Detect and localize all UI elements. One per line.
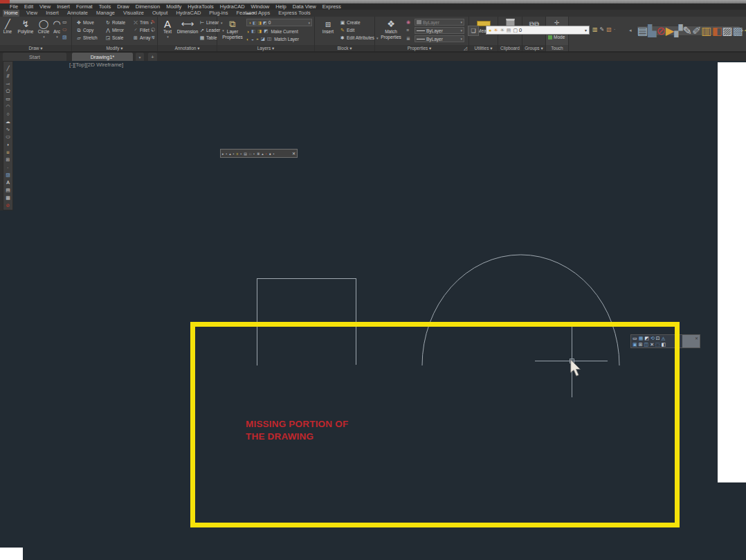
menu-item[interactable]: Modify [166, 3, 181, 10]
close-icon[interactable]: ✕ [695, 336, 698, 341]
menu-item[interactable]: Edit [24, 3, 33, 10]
layer-tool-icon[interactable]: ◫ [267, 36, 271, 42]
plugin-tool-icon[interactable]: ▶ [666, 24, 674, 37]
draw-tool-icon[interactable]: ⊘ [3, 201, 12, 209]
close-icon[interactable]: ✕ [292, 151, 295, 156]
mini-tool-icon[interactable]: ≡ [237, 152, 239, 156]
match-layer-button[interactable]: Match Layer [274, 37, 299, 42]
draw-tool-icon[interactable]: ⧈ [3, 148, 12, 156]
layer-tool-icon[interactable]: ▧ [606, 26, 612, 33]
lineweight-select[interactable]: ByLayer▾ [415, 27, 464, 34]
copy-button[interactable]: ⧉Copy [76, 26, 98, 34]
mini-tool-icon[interactable]: ▪ [241, 152, 242, 156]
draw-tool-icon[interactable]: ○ [3, 110, 12, 118]
layer-state-icon[interactable]: ◨ [257, 20, 262, 25]
layer-state-icon[interactable]: ▢ [513, 28, 518, 33]
toolbar-title-area[interactable]: ✕ [682, 335, 700, 347]
menu-item[interactable]: HydraTools [188, 3, 214, 10]
mini-tool-icon[interactable]: ▸ [222, 152, 224, 156]
mini-tool-icon[interactable]: ≣ [257, 152, 260, 156]
modify-extra-tool-icon[interactable]: ≋ [151, 35, 155, 40]
draw-tool-icon[interactable]: ⊞ [3, 156, 12, 163]
layer-tool-icon[interactable]: ▥ [592, 26, 598, 33]
linetype-select[interactable]: ByLayer▾ [415, 35, 464, 42]
match-properties-button[interactable]: ❖ Match Properties [378, 19, 404, 40]
menu-item[interactable]: File [10, 3, 18, 10]
ribbon-collapse-control[interactable]: ▬ ▾ [246, 10, 255, 16]
text-button[interactable]: A Text ▾ [161, 19, 174, 39]
properties-dialog-launcher[interactable]: ◿ [464, 45, 467, 51]
polyline-button[interactable]: ↯ Polyline [16, 19, 35, 35]
mini-tool-icon[interactable]: ∷ [249, 152, 251, 156]
ribbon-tab[interactable]: Visualize [122, 10, 145, 17]
menu-item[interactable]: HydraCAD [220, 3, 245, 10]
tab-drawing1[interactable]: Drawing1* [72, 53, 133, 61]
ribbon-tab[interactable]: Insert [44, 10, 60, 17]
layer-state-icon[interactable]: ◑ [248, 21, 251, 25]
ribbon-tab[interactable]: View [25, 10, 39, 17]
annotation-panel-label[interactable]: Annotation ▾ [158, 45, 217, 51]
draw-tool-icon[interactable]: A [3, 179, 12, 186]
mini-tool-icon[interactable]: ▪ [226, 152, 228, 156]
tab-start[interactable]: Start [3, 53, 66, 61]
plugin-tool-icon[interactable]: ✐ [692, 24, 701, 37]
layers-panel-label[interactable]: Layers ▾ [217, 45, 314, 51]
edit-block-button[interactable]: ✎Edit [340, 26, 379, 34]
ribbon-tab[interactable]: Annotate [66, 10, 89, 17]
menu-item[interactable]: Draw [117, 3, 129, 10]
draw-tool-icon[interactable]: ⤙ [3, 80, 12, 87]
text-dropdown[interactable]: ▾ [167, 35, 169, 39]
layer-tool-icon[interactable]: ◪ [261, 36, 265, 42]
ribbon-tab[interactable]: Manage [95, 10, 116, 17]
stretch-button[interactable]: ▱Stretch [76, 34, 98, 42]
menu-item[interactable]: Dimension [136, 3, 160, 10]
mirror-button[interactable]: ⋀Mirror [105, 26, 125, 34]
draw-panel-label[interactable]: Draw ▾ [0, 45, 71, 51]
menu-item[interactable]: Help [275, 3, 286, 10]
layer-tool-icon[interactable]: ◧ [251, 28, 255, 34]
draw-tool-icon[interactable]: ╱ [3, 64, 12, 72]
menu-item[interactable]: Insert [57, 3, 70, 10]
menu-item[interactable]: Window [251, 3, 270, 10]
plugin-tool-icon[interactable]: ✦ [743, 24, 746, 37]
mini-tool-icon[interactable]: ▪ [273, 152, 275, 156]
layer-tool-icon[interactable]: ◑ [246, 29, 249, 34]
draw-tool-icon[interactable]: ▨ [3, 171, 12, 179]
layer-state-icon[interactable]: ☀ [493, 28, 498, 33]
ribbon-tab[interactable]: HydraCAD [174, 10, 202, 17]
draw-tool-icon[interactable]: ▭ [3, 95, 12, 102]
rotate-button[interactable]: ↻Rotate [105, 19, 125, 26]
insert-button[interactable]: ⧈ Insert [319, 19, 337, 35]
draw-tool-icon[interactable]: ⫻ [3, 72, 12, 80]
edit-attributes-button[interactable]: ✱Edit Attributes▾ [340, 34, 379, 42]
layer-previous-icon[interactable]: ❏ [468, 26, 479, 36]
draw-extra-tool-icon[interactable]: ▨ [62, 35, 67, 40]
layer-tool-icon[interactable]: ∙ [614, 26, 615, 33]
draw-tool-icon[interactable]: ◠ [3, 102, 12, 110]
ribbon-tab[interactable]: Plug-ins [208, 10, 229, 17]
utilities-panel-label[interactable]: Utilities ▾ [469, 45, 498, 51]
draw-tool-icon[interactable]: ▩ [3, 194, 12, 201]
plugin-tool-icon[interactable]: ▙ [648, 24, 656, 37]
layer-state-icon[interactable]: ◧ [253, 20, 257, 25]
plugin-tool-icon[interactable]: ▨ [722, 24, 733, 37]
arc-dropdown[interactable]: ▾ [56, 35, 58, 39]
new-drawing-tab-button[interactable]: + [148, 53, 157, 61]
object-color-select[interactable]: ByLayer▾ [415, 19, 464, 26]
mini-tool-icon[interactable]: ▴ [262, 152, 264, 156]
scale-button[interactable]: ◲Scale [105, 34, 125, 42]
plugin-tool-icon[interactable]: ▩ [733, 24, 743, 37]
move-button[interactable]: ✥Move [76, 19, 98, 26]
plugin-tool-icon[interactable]: ✎ [682, 24, 691, 37]
layer-state-icon[interactable]: ▤ [507, 28, 511, 33]
circle-button[interactable]: ◯ Circle ▾ [36, 19, 51, 39]
menu-item[interactable]: Format [76, 3, 93, 10]
plugin-tool-icon[interactable]: ◧ [711, 24, 722, 37]
plugin-tool-icon[interactable]: ▥ [701, 24, 711, 37]
layer-tool-icon[interactable]: ✎ [600, 26, 605, 33]
draw-extra-tool-icon[interactable]: ⬭ [62, 27, 67, 33]
layer-combo-caret[interactable]: ▾ [585, 28, 587, 33]
mini-tool-icon[interactable]: ▴ [229, 152, 231, 156]
layer-select-caret[interactable]: ▾ [308, 21, 310, 25]
block-panel-label[interactable]: Block ▾ [315, 45, 374, 51]
